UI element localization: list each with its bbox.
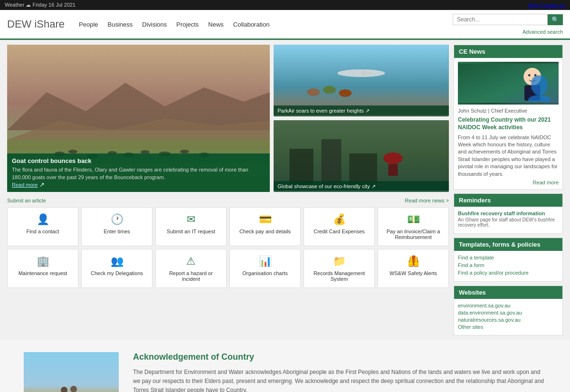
top-bar: Weather ☁ Friday 16 Jul 2021 Help Contac… [0,0,570,10]
quick-link-item-2[interactable]: ✉Submit an IT request [155,207,227,246]
quick-link-item-9[interactable]: 📊Organisation charts [229,249,301,288]
ce-photo [458,62,559,105]
external-link-icon: ↗ [39,181,45,188]
website-link-1[interactable]: data.environment.sa.gov.au [458,310,559,316]
quick-link-label-3: Check pay and details [239,229,291,234]
svg-point-16 [307,88,320,96]
advanced-search-link[interactable]: Advanced search [522,29,563,35]
quick-link-icon-4: 💰 [333,213,346,226]
logo-ishare: iShare [34,18,65,30]
reminders-box: Reminders Bushfire recovery staff inform… [454,193,563,234]
quick-link-icon-8: ⚠ [186,255,196,268]
svg-rect-24 [389,164,398,176]
template-link-0[interactable]: Find a template [458,255,559,260]
quick-link-item-0[interactable]: 👤Find a contact [7,207,78,246]
quick-link-label-9: Organisation charts [242,270,287,276]
quick-link-icon-3: 💳 [259,213,272,226]
quick-link-item-8[interactable]: ⚠Report a hazard or incident [155,249,227,288]
quick-link-label-11: WS&W Safety Alerts [390,270,437,276]
templates-header: Templates, forms & policies [454,238,562,251]
quick-link-icon-1: 🕐 [111,213,124,226]
website-link-3[interactable]: Other sites [458,324,559,330]
logo[interactable]: DEW iShare [7,18,65,30]
external-icon-bottom: ↗ [371,183,376,189]
hero-sub-top: ParkAir soars to even greater heights ↗ [274,45,449,116]
svg-rect-30 [24,352,119,392]
search-button[interactable]: 🔍 [548,14,563,25]
acknowledgement-heading: Acknowledgement of Country [133,352,546,362]
templates-content: Find a templateFind a formFind a policy … [454,251,562,281]
ce-read-more[interactable]: Read more [458,180,559,185]
external-icon-top: ↗ [365,108,370,114]
quick-link-icon-6: 🏢 [37,255,49,268]
nav-news[interactable]: News [208,21,224,28]
svg-point-26 [523,68,541,86]
quick-link-label-2: Submit an IT request [167,229,215,234]
website-link-0[interactable]: environment.sa.gov.au [458,303,559,308]
hero-sub-top-text: ParkAir soars to even greater heights [277,108,364,114]
quick-link-label-6: Maintenance request [19,270,67,276]
hero-sub-bottom-image [274,120,449,191]
nav-collaboration[interactable]: Collaboration [233,21,270,28]
template-link-1[interactable]: Find a form [458,262,559,268]
svg-point-18 [339,89,352,97]
quick-link-item-3[interactable]: 💳Check pay and details [229,207,301,246]
quick-link-item-5[interactable]: 💵Pay an Invoice/Claim a Reimbursement [378,207,449,246]
hero-right: ParkAir soars to even greater heights ↗ [274,45,449,192]
acknowledgement-para1: The Department for Environment and Water… [133,368,546,392]
svg-point-17 [323,86,336,94]
quick-link-label-4: Credit Card Expenses [314,229,365,234]
quick-link-item-4[interactable]: 💰Credit Card Expenses [304,207,375,246]
ce-news-header: CE News [454,45,562,58]
top-bar-links: Help Contact us [528,2,565,8]
help-link[interactable]: Help [528,2,539,8]
hero-sub-top-caption: ParkAir soars to even greater heights ↗ [274,105,449,116]
svg-point-11 [180,150,189,153]
logo-dew: DEW [7,18,31,30]
svg-rect-13 [274,45,449,115]
read-more-news-link[interactable]: Read more news > [405,198,449,203]
quick-link-item-1[interactable]: 🕐Enter times [81,207,152,246]
quick-link-label-7: Check my Delegations [91,270,143,276]
quick-link-label-8: Report a hazard or incident [160,270,222,282]
header: DEW iShare People Business Divisions Pro… [0,10,570,40]
ce-name: John Schutz | Chief Executive [458,107,559,115]
quick-link-icon-7: 👥 [111,255,124,268]
nav-projects[interactable]: Projects [176,21,199,28]
quick-link-icon-9: 📊 [259,255,272,268]
news-links: Submit an article Read more news > [7,196,449,205]
search-input[interactable] [453,14,548,25]
acknowledgement-image [24,352,119,392]
nav-divisions[interactable]: Divisions [142,21,167,28]
nav-business[interactable]: Business [108,21,133,28]
hero-area: Goat control bounces back The flora and … [7,45,449,192]
quick-link-item-7[interactable]: 👥Check my Delegations [81,249,152,288]
quick-link-item-10[interactable]: 📁Records Management System [304,249,375,288]
search-area: 🔍 Advanced search [453,14,563,35]
hero-main-readmore[interactable]: Read more [12,182,38,188]
search-box: 🔍 [453,14,563,25]
websites-box: Websites environment.sa.gov.audata.envir… [454,286,563,335]
reminder-title: Bushfire recovery staff information [458,210,559,216]
right-column: CE News [454,45,563,335]
ce-news-box: CE News [454,45,563,190]
nav-people[interactable]: People [79,21,98,28]
svg-marker-2 [7,118,270,149]
ce-article-text: From 4 to 11 July we celebrate NAIDOC We… [458,134,559,178]
contact-link[interactable]: Contact us [540,2,565,8]
quick-links-grid: 👤Find a contact🕐Enter times✉Submit an IT… [7,207,449,288]
hero-sub-bottom: Global showcase of our eco-friendly city… [274,120,449,192]
submit-article-link[interactable]: Submit an article [7,198,46,203]
website-link-2[interactable]: naturalresources.sa.gov.au [458,317,559,323]
quick-link-label-10: Records Management System [308,270,370,282]
left-column: Goat control bounces back The flora and … [7,45,449,335]
quick-link-item-11[interactable]: 🦺WS&W Safety Alerts [378,249,449,288]
ce-news-content: John Schutz | Chief Executive Celebratin… [454,58,562,189]
template-link-2[interactable]: Find a policy and/or procedure [458,270,559,276]
svg-point-23 [384,153,403,164]
quick-link-item-6[interactable]: 🏢Maintenance request [7,249,78,288]
weather-text: Weather ☁ Friday 16 Jul 2021 [5,2,76,8]
hero-main-desc: The flora and fauna of the Flinders, Ola… [12,166,265,181]
quick-link-icon-0: 👤 [37,213,49,226]
svg-rect-21 [322,139,342,187]
